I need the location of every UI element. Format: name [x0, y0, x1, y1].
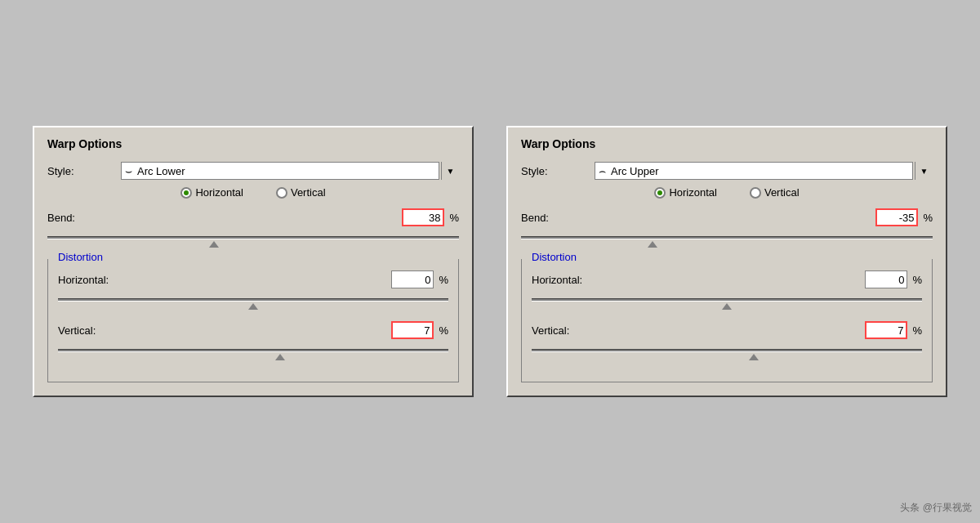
style-dropdown-arrow-left[interactable]: ▼: [441, 162, 459, 180]
horiz-input-right[interactable]: 0: [865, 270, 907, 288]
arc-upper-icon: ⌢: [599, 164, 606, 178]
bend-row-left: Bend: 38 %: [47, 208, 459, 226]
radio-dot-horizontal-left: [184, 190, 189, 195]
vert-label-right: Vertical:: [532, 324, 605, 337]
radio-horizontal-left[interactable]: Horizontal: [180, 186, 243, 199]
bend-input-left[interactable]: 38: [402, 208, 444, 226]
style-label-right: Style:: [521, 165, 595, 177]
horiz-slider-right[interactable]: [532, 293, 922, 310]
vert-slider-left[interactable]: [58, 344, 448, 360]
vert-percent-right: %: [912, 324, 922, 337]
radio-horizontal-label-right: Horizontal: [669, 186, 717, 199]
warp-panel-left: Warp Options Style: ⌣ Arc Lower ▼ Horizo…: [33, 126, 474, 397]
watermark: 头条 @行果视觉: [900, 501, 972, 515]
bend-track-left: [47, 236, 459, 239]
radio-horizontal-right[interactable]: Horizontal: [654, 186, 717, 199]
style-row-right: Style: ⌢ Arc Upper ▼: [521, 162, 933, 180]
arc-lower-icon: ⌣: [125, 164, 132, 178]
radio-vertical-label-right: Vertical: [764, 186, 800, 199]
horiz-track-left: [58, 298, 448, 302]
style-dropdown-left[interactable]: ⌣ Arc Lower: [121, 162, 439, 180]
vert-label-left: Vertical:: [58, 324, 131, 337]
vert-input-right[interactable]: 7: [865, 321, 907, 339]
orientation-group-right: Horizontal Vertical: [521, 186, 933, 199]
vert-thumb-left: [275, 354, 285, 360]
horiz-thumb-right: [722, 303, 732, 310]
bend-input-right[interactable]: -35: [875, 208, 918, 226]
radio-circle-horizontal-right: [654, 187, 666, 199]
panel-title-right: Warp Options: [521, 137, 933, 150]
horiz-row-left: Horizontal: 0 %: [58, 270, 448, 288]
bend-percent-left: %: [449, 212, 459, 224]
radio-circle-vertical-right: [750, 187, 761, 199]
style-label-left: Style:: [47, 165, 121, 177]
bend-percent-right: %: [923, 212, 933, 224]
radio-vertical-left[interactable]: Vertical: [276, 186, 326, 199]
distortion-section-left: Distortion Horizontal: 0 % Vertical: 7: [47, 259, 459, 382]
horiz-label-left: Horizontal:: [58, 274, 131, 286]
orientation-group-left: Horizontal Vertical: [47, 186, 459, 199]
style-value-left: Arc Lower: [137, 165, 435, 177]
style-dropdown-arrow-right[interactable]: ▼: [915, 162, 933, 180]
vert-input-left[interactable]: 7: [391, 321, 434, 339]
horiz-input-left[interactable]: 0: [391, 270, 434, 288]
radio-vertical-label-left: Vertical: [291, 186, 326, 199]
radio-vertical-right[interactable]: Vertical: [750, 186, 800, 199]
horiz-label-right: Horizontal:: [532, 274, 605, 286]
style-dropdown-right[interactable]: ⌢ Arc Upper: [595, 162, 913, 180]
vert-track-left: [58, 349, 448, 352]
horiz-thumb-left: [248, 303, 258, 310]
distortion-title-right: Distortion: [528, 251, 580, 263]
radio-horizontal-label-left: Horizontal: [195, 186, 243, 199]
bend-label-right: Bend:: [521, 212, 595, 224]
bend-track-right: [521, 236, 933, 239]
radio-dot-horizontal-right: [657, 190, 662, 195]
bend-slider-left[interactable]: [47, 231, 459, 248]
vert-row-right: Vertical: 7 %: [532, 321, 922, 339]
style-value-right: Arc Upper: [611, 165, 909, 177]
distortion-title-left: Distortion: [55, 251, 106, 263]
radio-circle-vertical-left: [276, 187, 287, 199]
style-row-left: Style: ⌣ Arc Lower ▼: [47, 162, 459, 180]
radio-circle-horizontal-left: [180, 187, 192, 199]
vert-thumb-right: [749, 354, 759, 360]
horiz-percent-right: %: [912, 274, 922, 286]
horiz-percent-left: %: [439, 274, 448, 286]
vert-slider-right[interactable]: [532, 344, 922, 360]
horiz-slider-left[interactable]: [58, 293, 448, 310]
bend-slider-right[interactable]: [521, 231, 933, 248]
horiz-track-right: [532, 298, 922, 302]
bend-thumb-left: [209, 241, 219, 248]
bend-row-right: Bend: -35 %: [521, 208, 933, 226]
vert-track-right: [532, 349, 922, 352]
warp-panel-right: Warp Options Style: ⌢ Arc Upper ▼ Horizo…: [506, 126, 947, 397]
vert-row-left: Vertical: 7 %: [58, 321, 448, 339]
bend-thumb-right: [648, 241, 657, 248]
panel-title-left: Warp Options: [47, 137, 459, 150]
bend-label-left: Bend:: [47, 212, 121, 224]
vert-percent-left: %: [439, 324, 448, 337]
distortion-section-right: Distortion Horizontal: 0 % Vertical: 7: [521, 259, 933, 382]
horiz-row-right: Horizontal: 0 %: [532, 270, 922, 288]
